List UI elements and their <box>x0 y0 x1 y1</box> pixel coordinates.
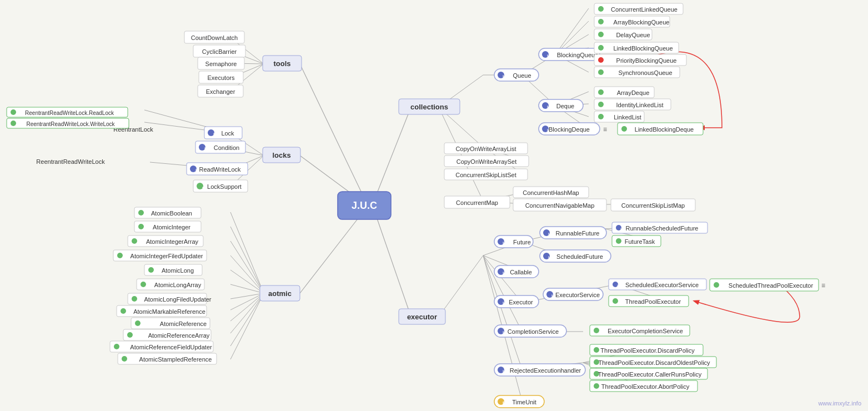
svg-text:i: i <box>503 74 504 79</box>
dp-label: ThreadPoolExecutor.DiscardPolicy <box>600 347 695 354</box>
svg-text:✓: ✓ <box>153 269 156 273</box>
leaf-lock-label: Lock <box>221 130 234 137</box>
rsf-label: RunnableScheduledFuture <box>626 225 699 232</box>
svg-text:✓: ✓ <box>603 47 606 51</box>
scheduledfuture-label: ScheduledFuture <box>556 253 603 260</box>
concurrentmap-label: ConcurrentMap <box>456 199 498 206</box>
svg-text:i: i <box>213 132 214 137</box>
svg-text:i: i <box>195 168 197 173</box>
future-label: Future <box>513 239 531 245</box>
center-label: J.U.C <box>352 200 377 211</box>
ll-label: LinkedList <box>614 114 641 121</box>
svg-text:i: i <box>503 240 504 245</box>
svg-text:i: i <box>548 232 549 237</box>
leaf-semaphore-label: Semaphore <box>205 61 237 67</box>
callable-label: Callable <box>510 269 532 275</box>
leaf-locksupport-label: LockSupport <box>207 183 242 190</box>
svg-text:✓: ✓ <box>603 21 606 24</box>
queue-label: Queue <box>513 72 531 79</box>
reentrantreadwritelock-label: ReentrantReadWriteLock <box>36 158 105 165</box>
concurrentskiplistmap-label: ConcurrentSkipListMap <box>621 202 685 209</box>
concurrentnavigablemap-label: ConcurrentNavigableMap <box>525 202 595 209</box>
stpe-label: ScheduledThreadPoolExecutor <box>729 282 814 289</box>
ill-label: IdentityLinkedList <box>616 102 664 108</box>
svg-text:✓: ✓ <box>603 116 606 119</box>
stpe-doc-icon: ≡ <box>821 282 825 289</box>
atomicmarkablereference-label: AtomicMarkableReference <box>133 308 205 315</box>
atomicreference-label: AtomicReference <box>160 320 207 327</box>
runnablefuture-label: RunnableFuture <box>556 230 600 237</box>
svg-text:✓: ✓ <box>718 284 721 288</box>
atomiclong-label: AtomicLong <box>162 267 194 274</box>
leaf-readwritelock-label: ReadWriteLock <box>199 166 241 173</box>
svg-text:✓: ✓ <box>603 71 606 75</box>
sq-label: SynchronousQueue <box>618 69 672 76</box>
pbq-label: PriorityBlockingQueue <box>616 57 677 64</box>
svg-text:i: i <box>503 330 504 335</box>
svg-text:i: i <box>617 283 618 288</box>
svg-text:✓: ✓ <box>617 300 620 304</box>
abq-label: ArrayBlockingQueue <box>614 19 670 26</box>
atomicboolean-label: AtomicBoolean <box>151 210 192 217</box>
watermark: www.imxylz.info <box>818 400 861 407</box>
lbd-label: LinkedBlockingDeque <box>635 126 694 133</box>
aotmic-label: aotmic <box>268 289 292 298</box>
svg-text:✓: ✓ <box>143 212 146 215</box>
executor-node-label: Executor <box>509 299 533 305</box>
leaf-readlock-label: ReentrantReadWriteLock.ReadLock <box>25 110 114 116</box>
timeunit-label: TimeUnit <box>512 399 536 405</box>
svg-text:✓: ✓ <box>143 225 146 229</box>
atomiclongfiledupdater-label: AtomicLongFiledUpdater <box>144 296 211 303</box>
leaf-executors-label: Executors <box>208 74 235 81</box>
svg-text:i: i <box>547 128 548 133</box>
svg-text:i: i <box>547 104 548 109</box>
leaf-condition-label: Condition <box>214 144 239 151</box>
ses-label: ScheduledExecutorService <box>625 282 699 288</box>
blockingdeque-doc-icon: ≡ <box>603 126 607 133</box>
svg-text:✓: ✓ <box>603 103 606 107</box>
svg-text:✓: ✓ <box>118 345 122 349</box>
leaf-writelock-label: ReentrantReadWriteLock.WriteLock <box>26 121 115 127</box>
atomiclongarray-label: AtomicLongArray <box>154 282 202 288</box>
dq-label: DelayQueue <box>616 32 650 38</box>
ecs-label: ExecutorCompletionService <box>608 328 683 334</box>
locks-label: locks <box>272 151 290 159</box>
svg-text:✓: ✓ <box>15 111 18 115</box>
concurrentskiplistset-label: ConcurrentSkipListSet <box>455 172 516 178</box>
reh-label: RejectedExecutionhandler <box>510 367 581 374</box>
svg-text:✓: ✓ <box>603 91 606 95</box>
atomicinteger-label: AtomicInteger <box>153 224 190 230</box>
tpe-label: ThreadPoolExecutor <box>625 298 681 305</box>
executor-label: executor <box>407 313 437 321</box>
blockingqueue-label: BlockingQueue <box>557 52 599 58</box>
svg-text:i: i <box>620 227 621 232</box>
tools-label: tools <box>273 59 290 68</box>
blockingdeque-label: BlockingDeque <box>549 126 590 133</box>
svg-text:✓: ✓ <box>620 240 624 244</box>
lbq-label: LinkedBlockingQueue <box>613 45 673 52</box>
svg-text:✓: ✓ <box>145 283 148 287</box>
svg-text:✓: ✓ <box>603 33 606 37</box>
dop-label: ThreadPoolExecutor.DiscardOldestPolicy <box>598 359 710 366</box>
atomicstampledreference-label: AtomicStampledReference <box>139 356 212 363</box>
completionservice-label: CompletionService <box>508 328 559 335</box>
svg-text:i: i <box>547 53 548 58</box>
atomicintegerarray-label: AtomicIntegerArray <box>146 238 199 245</box>
svg-text:i: i <box>551 293 553 298</box>
svg-text:✓: ✓ <box>139 322 143 326</box>
svg-text:✓: ✓ <box>626 128 629 132</box>
svg-text:✓: ✓ <box>136 240 139 244</box>
concurrenthashmap-label: ConcurrentHashMap <box>523 189 579 196</box>
atomicreferencearray-label: AtomicReferenceArray <box>148 332 210 339</box>
svg-text:✓: ✓ <box>202 184 205 189</box>
leaf-countdownlatch-label: CountDownLatch <box>191 34 238 41</box>
atomicintegerfiledupdater-label: AtomicIntegerFiledUpdater <box>131 253 203 259</box>
svg-text:✓: ✓ <box>126 358 129 362</box>
svg-text:✓: ✓ <box>132 334 135 338</box>
collections-label: collections <box>410 103 448 111</box>
atomicreferencefieldupd-label: AtomicReferenceFieldUpdater <box>130 344 212 350</box>
leaf-cyclicbarrier-label: CyclicBarrier <box>202 48 237 55</box>
leaf-exchanger-label: Exchanger <box>206 88 235 95</box>
svg-text:✓: ✓ <box>603 8 606 12</box>
deque-label: Deque <box>556 103 574 109</box>
